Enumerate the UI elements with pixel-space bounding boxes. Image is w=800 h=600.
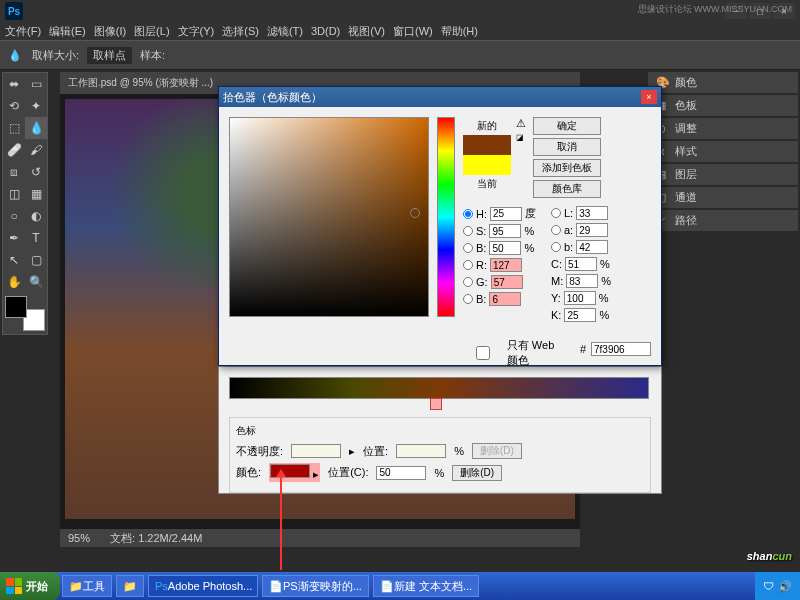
color-swatches[interactable] bbox=[5, 296, 45, 331]
heal-tool[interactable]: 🩹 bbox=[3, 139, 25, 161]
task-tools[interactable]: 📁工具 bbox=[62, 575, 112, 597]
l-input[interactable] bbox=[576, 206, 608, 220]
hue-slider[interactable] bbox=[437, 117, 455, 317]
crop-tool[interactable]: ⬚ bbox=[3, 117, 25, 139]
r-input[interactable] bbox=[490, 258, 522, 272]
ok-button[interactable]: 确定 bbox=[533, 117, 601, 135]
wand-tool[interactable]: ✦ bbox=[25, 95, 47, 117]
b-input[interactable] bbox=[489, 241, 521, 255]
task-folder[interactable]: 📁 bbox=[116, 575, 144, 597]
g-input[interactable] bbox=[491, 275, 523, 289]
menu-3d[interactable]: 3D(D) bbox=[311, 25, 340, 37]
stamp-tool[interactable]: ⧇ bbox=[3, 161, 25, 183]
menu-layer[interactable]: 图层(L) bbox=[134, 24, 169, 39]
new-color-swatch bbox=[463, 135, 511, 155]
l-radio[interactable] bbox=[551, 208, 561, 218]
task-photoshop[interactable]: Ps Adobe Photosh... bbox=[148, 575, 258, 597]
dodge-tool[interactable]: ◐ bbox=[25, 205, 47, 227]
lab-b-radio[interactable] bbox=[551, 242, 561, 252]
panel-layers[interactable]: ▤图层 bbox=[648, 164, 798, 185]
hex-input[interactable] bbox=[591, 342, 651, 356]
color-cursor[interactable] bbox=[410, 208, 420, 218]
zoom-level[interactable]: 95% bbox=[68, 532, 90, 544]
h-radio[interactable] bbox=[463, 209, 473, 219]
menu-view[interactable]: 视图(V) bbox=[348, 24, 385, 39]
color-library-button[interactable]: 颜色库 bbox=[533, 180, 601, 198]
a-radio[interactable] bbox=[551, 225, 561, 235]
color-pos-input[interactable] bbox=[376, 466, 426, 480]
delete-color-button[interactable]: 删除(D) bbox=[452, 465, 502, 481]
dialog-close-button[interactable]: × bbox=[641, 90, 657, 104]
menu-window[interactable]: 窗口(W) bbox=[393, 24, 433, 39]
gradient-bar[interactable] bbox=[229, 377, 649, 399]
color-field[interactable] bbox=[229, 117, 429, 317]
eraser-tool[interactable]: ◫ bbox=[3, 183, 25, 205]
menu-bar[interactable]: 文件(F) 编辑(E) 图像(I) 图层(L) 文字(Y) 选择(S) 滤镜(T… bbox=[0, 22, 800, 40]
windows-logo-icon bbox=[6, 578, 22, 594]
panel-paths[interactable]: ⟋路径 bbox=[648, 210, 798, 231]
opacity-pos-input bbox=[396, 444, 446, 458]
right-panels: 🎨颜色 ▦色板 ◐调整 fx样式 ▤图层 ◧通道 ⟋路径 bbox=[648, 72, 798, 233]
panel-adjustments[interactable]: ◐调整 bbox=[648, 118, 798, 139]
tray-icon[interactable]: 🔊 bbox=[778, 580, 792, 593]
k-input[interactable] bbox=[564, 308, 596, 322]
panel-channels[interactable]: ◧通道 bbox=[648, 187, 798, 208]
hand-tool[interactable]: ✋ bbox=[3, 271, 25, 293]
system-tray[interactable]: 🛡 🔊 bbox=[755, 572, 800, 600]
taskbar[interactable]: 开始 📁工具 📁 Ps Adobe Photosh... 📄PS渐变映射的...… bbox=[0, 572, 800, 600]
options-bar: 💧 取样大小: 取样点 样本: bbox=[0, 40, 800, 70]
y-input[interactable] bbox=[564, 291, 596, 305]
type-tool[interactable]: T bbox=[25, 227, 47, 249]
sample-size-value[interactable]: 取样点 bbox=[87, 47, 132, 64]
shape-tool[interactable]: ▢ bbox=[25, 249, 47, 271]
panel-swatches[interactable]: ▦色板 bbox=[648, 95, 798, 116]
gradient-tool[interactable]: ▦ bbox=[25, 183, 47, 205]
new-label: 新的 bbox=[463, 119, 511, 133]
a-input[interactable] bbox=[576, 223, 608, 237]
g-radio[interactable] bbox=[463, 277, 473, 287]
task-tutorial[interactable]: 📄PS渐变映射的... bbox=[262, 575, 369, 597]
pen-tool[interactable]: ✒ bbox=[3, 227, 25, 249]
menu-file[interactable]: 文件(F) bbox=[5, 24, 41, 39]
menu-type[interactable]: 文字(Y) bbox=[178, 24, 215, 39]
m-input[interactable] bbox=[566, 274, 598, 288]
b-radio[interactable] bbox=[463, 243, 473, 253]
cancel-button[interactable]: 取消 bbox=[533, 138, 601, 156]
c-input[interactable] bbox=[565, 257, 597, 271]
move-tool[interactable]: ⬌ bbox=[3, 73, 25, 95]
panel-styles[interactable]: fx样式 bbox=[648, 141, 798, 162]
b2-input[interactable] bbox=[489, 292, 521, 306]
marquee-tool[interactable]: ▭ bbox=[25, 73, 47, 95]
task-notepad[interactable]: 📄新建 文本文档... bbox=[373, 575, 479, 597]
lasso-tool[interactable]: ⟲ bbox=[3, 95, 25, 117]
r-radio[interactable] bbox=[463, 260, 473, 270]
foreground-color[interactable] bbox=[5, 296, 27, 318]
s-input[interactable] bbox=[489, 224, 521, 238]
lab-b-input[interactable] bbox=[576, 240, 608, 254]
menu-edit[interactable]: 编辑(E) bbox=[49, 24, 86, 39]
zoom-tool[interactable]: 🔍 bbox=[25, 271, 47, 293]
s-radio[interactable] bbox=[463, 226, 473, 236]
gradient-stop[interactable] bbox=[430, 398, 442, 410]
cube-icon[interactable]: ◪ bbox=[516, 133, 524, 142]
start-button[interactable]: 开始 bbox=[0, 572, 60, 600]
eyedropper-tool[interactable]: 💧 bbox=[25, 117, 47, 139]
path-tool[interactable]: ↖ bbox=[3, 249, 25, 271]
blur-tool[interactable]: ○ bbox=[3, 205, 25, 227]
dialog-titlebar[interactable]: 拾色器（色标颜色） × bbox=[219, 87, 661, 107]
history-brush-tool[interactable]: ↺ bbox=[25, 161, 47, 183]
toolbox: ⬌▭ ⟲✦ ⬚💧 🩹🖌 ⧇↺ ◫▦ ○◐ ✒T ↖▢ ✋🔍 bbox=[2, 72, 48, 335]
panel-color[interactable]: 🎨颜色 bbox=[648, 72, 798, 93]
warning-icon[interactable]: ⚠ bbox=[516, 117, 526, 129]
menu-select[interactable]: 选择(S) bbox=[222, 24, 259, 39]
tray-icon[interactable]: 🛡 bbox=[763, 580, 774, 592]
b2-radio[interactable] bbox=[463, 294, 473, 304]
brush-tool[interactable]: 🖌 bbox=[25, 139, 47, 161]
h-input[interactable] bbox=[490, 207, 522, 221]
menu-filter[interactable]: 滤镜(T) bbox=[267, 24, 303, 39]
add-swatch-button[interactable]: 添加到色板 bbox=[533, 159, 601, 177]
web-only-checkbox[interactable] bbox=[463, 346, 503, 360]
menu-image[interactable]: 图像(I) bbox=[94, 24, 126, 39]
menu-help[interactable]: 帮助(H) bbox=[441, 24, 478, 39]
current-color-swatch[interactable] bbox=[463, 155, 511, 175]
